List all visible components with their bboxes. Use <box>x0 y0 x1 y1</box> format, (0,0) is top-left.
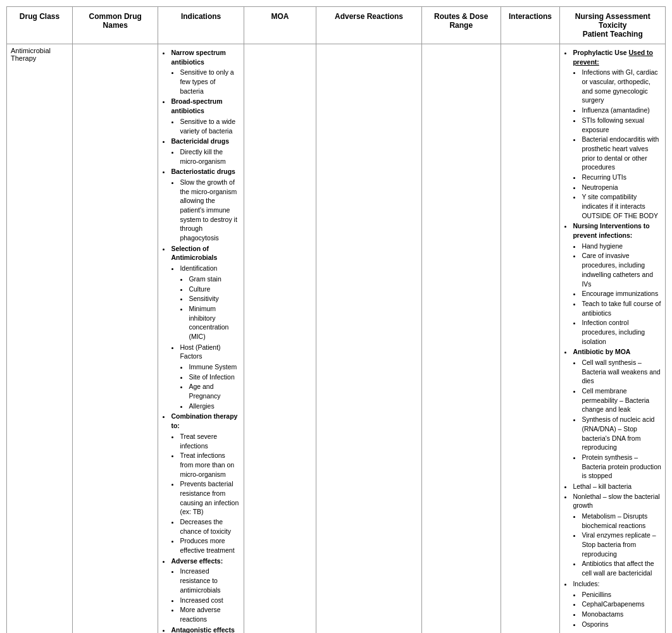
header-row: Drug Class Common Drug Names Indications… <box>7 7 666 44</box>
col-adverse-header: Adverse Reactions <box>316 7 422 44</box>
drug-class-cell: AntimicrobialTherapy <box>7 44 73 634</box>
common-drug-cell-row1 <box>73 44 158 634</box>
routes-cell-row1 <box>421 44 501 634</box>
col-routes-header: Routes & Dose Range <box>421 7 501 44</box>
indications-cell-row1: Narrow spectrum antibiotics Sensitive to… <box>158 44 244 634</box>
adverse-cell-row1 <box>316 44 422 634</box>
moa-cell-row1 <box>244 44 316 634</box>
main-table: Drug Class Common Drug Names Indications… <box>6 6 666 633</box>
page: Drug Class Common Drug Names Indications… <box>0 0 672 633</box>
drug-class-label: AntimicrobialTherapy <box>11 47 51 62</box>
col-common-drug-header: Common Drug Names <box>73 7 158 44</box>
col-moa-header: MOA <box>244 7 316 44</box>
col-drug-class-header: Drug Class <box>7 7 73 44</box>
interactions-cell-row1 <box>501 44 560 634</box>
col-nursing-header: Nursing Assessment Toxicity Patient Teac… <box>560 7 666 44</box>
nursing-cell-row1: Prophylactic Use Used to prevent: Infect… <box>560 44 666 634</box>
col-indications-header: Indications <box>158 7 244 44</box>
col-interactions-header: Interactions <box>501 7 560 44</box>
table-row: AntimicrobialTherapy Narrow spectrum ant… <box>7 44 666 634</box>
